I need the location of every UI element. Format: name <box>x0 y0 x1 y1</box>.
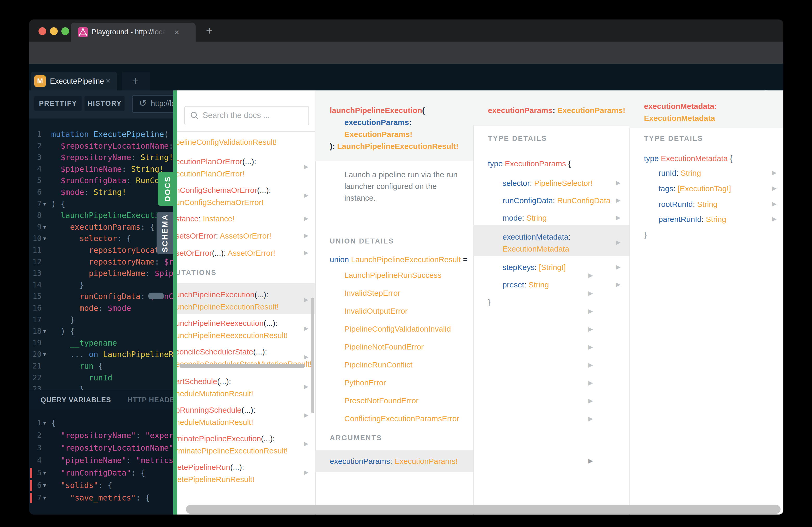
type-field-type: ExecutionMetadata <box>503 244 569 254</box>
chevron-right-icon[interactable]: ▶ <box>772 215 777 223</box>
new-tab-icon[interactable]: + <box>206 24 213 37</box>
column-h-scrollbar[interactable] <box>179 364 305 368</box>
type-field: parentRunId: String <box>658 214 726 224</box>
fold-caret-icon[interactable]: ▾ <box>43 492 46 503</box>
fold-caret-icon[interactable]: ▾ <box>43 325 46 337</box>
code-line: 8 launchPipelineExecuti <box>29 209 173 221</box>
code-text: $repositoryLocationName: <box>51 140 173 152</box>
code-line: 10▾ selector: { <box>29 232 173 244</box>
arguments-header: ARGUMENTS <box>330 434 382 442</box>
fold-caret-icon[interactable]: ▾ <box>43 198 46 210</box>
variables-line: 3 "repositoryLocationName" <box>29 442 173 454</box>
chevron-right-icon[interactable]: ▶ <box>304 163 308 170</box>
type-header-line: executionMetadata: <box>644 101 717 111</box>
chevron-right-icon[interactable]: ▶ <box>304 232 308 239</box>
union-declaration: union LaunchPipelineExecutionResult = <box>330 255 468 265</box>
docs-h-scrollbar[interactable] <box>186 505 781 514</box>
code-text: runId <box>51 372 112 383</box>
line-number: 3 <box>29 442 42 454</box>
history-button[interactable]: HISTORY <box>85 96 125 111</box>
docs-root-list: pelineConfigValidationResult!ecutionPlan… <box>177 90 315 514</box>
line-number: 15 <box>29 290 42 302</box>
chevron-right-icon[interactable]: ▶ <box>772 185 777 192</box>
code-line: 7▾) { <box>29 198 173 210</box>
chevron-right-icon[interactable]: ▶ <box>772 200 777 207</box>
close-brace: } <box>644 230 647 240</box>
editor-scrollbar-thumb[interactable] <box>148 292 164 299</box>
chevron-right-icon[interactable]: ▶ <box>304 412 308 419</box>
chevron-right-icon[interactable]: ▶ <box>616 281 621 288</box>
fold-caret-icon[interactable]: ▾ <box>43 221 46 233</box>
code-text: "save_metrics": { <box>51 492 150 503</box>
type-field: tags: [ExecutionTag!] <box>658 184 731 194</box>
code-text: "solids": { <box>51 479 112 491</box>
session-tab-close-icon[interactable]: × <box>106 76 111 86</box>
chevron-right-icon[interactable]: ▶ <box>304 192 308 199</box>
code-line: 16 mode: $mode <box>29 302 173 314</box>
union-member-name: PipelineNotFoundError <box>344 342 424 352</box>
code-text: $runConfigData: RunCo <box>51 175 159 186</box>
chevron-right-icon[interactable]: ▶ <box>304 296 308 303</box>
docs-sidebar-tab[interactable]: DOCS <box>158 172 177 206</box>
chevron-right-icon[interactable]: ▶ <box>304 325 308 332</box>
code-text: pipelineName: $pip <box>51 267 173 279</box>
chevron-right-icon[interactable]: ▶ <box>304 215 308 222</box>
column-v-scrollbar[interactable] <box>311 298 314 413</box>
traffic-minimize-button[interactable] <box>50 27 58 35</box>
chevron-right-icon[interactable]: ▶ <box>304 353 308 360</box>
type-header-line: executionParams: ExecutionParams! <box>488 106 625 115</box>
fold-caret-icon[interactable]: ▾ <box>43 348 46 360</box>
chevron-right-icon[interactable]: ▶ <box>616 239 621 246</box>
tab-query-variables[interactable]: QUERY VARIABLES <box>41 396 111 404</box>
type-header-line: ExecutionMetadata <box>644 113 715 123</box>
reload-schema-icon[interactable]: ↺ <box>139 98 147 109</box>
traffic-zoom-button[interactable] <box>61 27 69 35</box>
docs-item-line: ecutionPlanOrError(...): <box>177 157 256 167</box>
code-text: __typename <box>51 337 117 349</box>
chevron-right-icon[interactable]: ▶ <box>304 469 308 476</box>
field-description-line: instance. <box>344 194 376 202</box>
session-tab-executepipeline[interactable]: M ExecutePipeline × <box>31 72 117 90</box>
prettify-button[interactable]: PRETTIFY <box>34 96 82 111</box>
chevron-right-icon[interactable]: ▶ <box>616 264 621 271</box>
line-number: 3 <box>29 151 42 163</box>
chevron-right-icon[interactable]: ▶ <box>616 179 621 186</box>
fold-caret-icon[interactable]: ▾ <box>43 479 46 491</box>
docs-item-line: heduleMutationResult! <box>177 389 253 398</box>
tab-close-icon[interactable]: × <box>174 27 179 37</box>
chevron-right-icon[interactable]: ▶ <box>304 249 308 256</box>
traffic-close-button[interactable] <box>39 27 46 35</box>
query-editor[interactable]: 1mutation ExecutePipeline(2 $repositoryL… <box>29 119 173 390</box>
field-description-line: Launch a pipeline run via the run <box>344 170 458 179</box>
fold-caret-icon[interactable]: ▾ <box>43 232 46 244</box>
docs-item-line: ecutionPlanOrError! <box>177 169 245 179</box>
fold-caret-icon[interactable]: ▾ <box>43 417 46 429</box>
argument-row[interactable]: executionParams: ExecutionParams! <box>330 456 458 466</box>
docs-column-root: pelineConfigValidationResult!ecutionPlan… <box>177 90 315 514</box>
line-number: 7 <box>29 198 42 210</box>
chevron-right-icon[interactable]: ▶ <box>304 383 308 390</box>
field-description-line: launcher configured on the <box>344 182 437 191</box>
browser-tab[interactable]: Playground - http://localhost:3 × <box>71 22 195 42</box>
type-details-header: TYPE DETAILS <box>488 135 547 143</box>
chevron-right-icon[interactable]: ▶ <box>616 197 621 204</box>
chevron-right-icon[interactable]: ▶ <box>304 440 308 447</box>
new-session-tab[interactable]: + <box>122 72 150 90</box>
chevron-right-icon[interactable]: ▶ <box>616 214 621 221</box>
docs-item-line: rminatePipelineExecutionResult! <box>177 446 288 456</box>
type-field: executionMetadata: <box>503 232 571 242</box>
fold-caret-icon[interactable]: ▾ <box>43 467 46 479</box>
type-declaration: type ExecutionMetadata { <box>644 154 733 164</box>
code-line: 13 pipelineName: $pip <box>29 267 173 279</box>
type-field: stepKeys: [String!] <box>503 262 566 272</box>
schema-sidebar-tab[interactable]: SCHEMA <box>157 212 173 254</box>
code-text: } <box>51 314 75 326</box>
docs-divider[interactable] <box>173 90 177 514</box>
code-text: mode: $mode <box>51 302 131 314</box>
line-number: 8 <box>29 209 42 221</box>
code-text: "runConfigData": { <box>51 467 145 479</box>
code-line: 17 } <box>29 314 173 326</box>
variables-editor[interactable]: 1▾{2 "repositoryName": "exper3 "reposito… <box>29 409 173 514</box>
line-number: 4 <box>29 454 42 466</box>
chevron-right-icon[interactable]: ▶ <box>772 169 777 176</box>
